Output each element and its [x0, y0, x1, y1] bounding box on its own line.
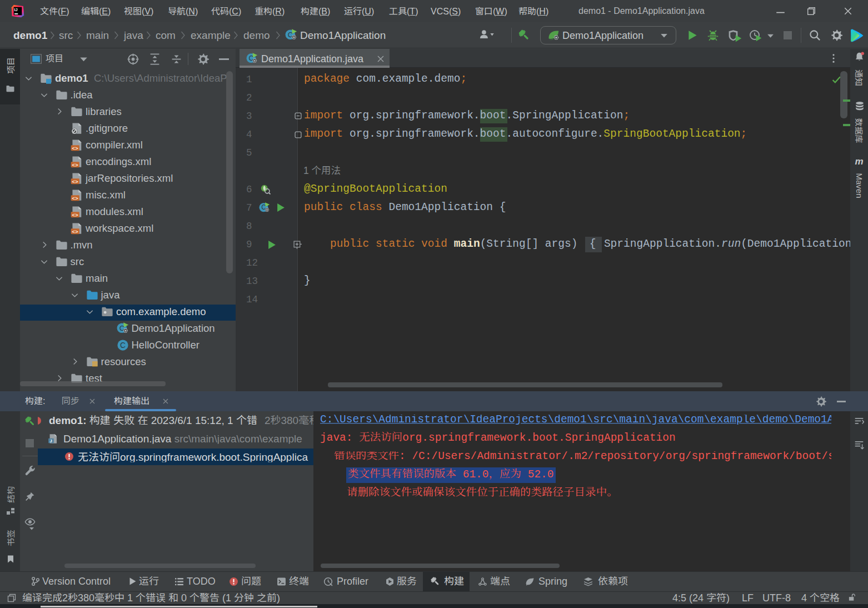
svg-text:<>: <>	[72, 229, 78, 235]
svg-text:<>: <>	[72, 212, 78, 218]
svg-text:<>: <>	[72, 196, 78, 201]
svg-text:<>: <>	[72, 179, 78, 185]
svg-text:J: J	[50, 438, 52, 443]
svg-text:C: C	[120, 341, 126, 350]
svg-text:<>: <>	[72, 146, 78, 151]
svg-text:<>: <>	[72, 162, 78, 168]
